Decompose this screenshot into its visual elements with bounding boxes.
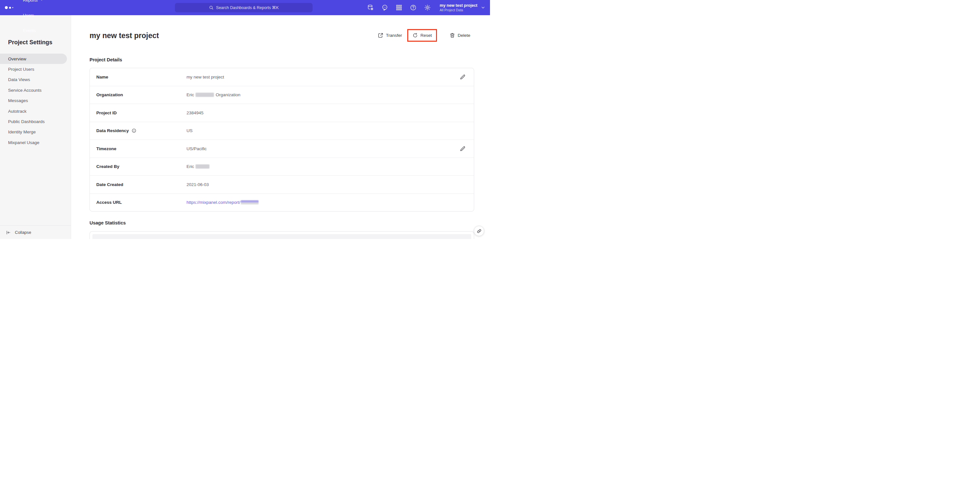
mixpanel-logo[interactable] [5,6,13,9]
detail-row-timezone: TimezoneUS/Pacific [90,140,474,157]
top-navbar: DashboardsReportsUsersEvents Search Dash… [0,0,490,15]
collapse-icon [6,230,11,235]
collapse-label: Collapse [15,230,31,235]
data-management-button[interactable] [367,4,374,11]
current-project-name: my new test project [439,3,477,8]
nav-item-label: Users [23,8,34,23]
copy-link-button[interactable] [474,226,484,236]
sidebar-item-service-accounts[interactable]: Service Accounts [0,85,67,95]
collapse-sidebar-button[interactable]: Collapse [0,230,31,235]
reset-icon [412,33,418,38]
sidebar-item-data-views[interactable]: Data Views [0,75,67,85]
reset-button-label: Reset [420,33,432,38]
global-search-input[interactable]: Search Dashboards & Reports ⌘K [175,3,313,12]
sidebar-footer: Collapse [0,226,71,239]
detail-label: Access URL [90,200,186,205]
transfer-button-label: Transfer [386,33,402,38]
messages-icon [382,4,388,11]
detail-label: Data Residency [90,128,186,133]
detail-value: EricOrganization [186,92,474,97]
detail-label-text: Access URL [96,200,122,205]
redacted-text [241,200,259,205]
settings-button[interactable] [424,4,431,11]
help-icon [410,4,417,11]
sidebar-item-autotrack[interactable]: Autotrack [0,106,67,116]
access-url-link[interactable]: https://mixpanel.com/report/ [186,200,240,205]
project-details-card: Namemy new test projectOrganizationEricO… [89,68,474,211]
usage-statistics-card [89,231,474,239]
detail-label-text: Name [96,75,108,79]
detail-label: Timezone [90,146,186,151]
settings-icon [424,4,431,11]
reset-button[interactable]: Reset [412,33,432,38]
detail-value: https://mixpanel.com/report/ [186,200,474,205]
chevron-down-icon [481,5,485,10]
detail-label: Project ID [90,110,186,115]
section-title-project-details: Project Details [89,57,122,62]
transfer-button[interactable]: Transfer [378,33,402,38]
nav-icon-buttons [367,4,431,11]
apps-grid-button[interactable] [396,4,402,11]
detail-row-data-residency: Data ResidencyUS [90,122,474,140]
detail-label: Created By [90,164,186,169]
delete-button-label: Delete [458,33,470,38]
detail-row-organization: OrganizationEricOrganization [90,86,474,104]
detail-label-text: Created By [96,164,119,169]
logo-dot-large [5,6,8,9]
nav-item-events[interactable]: Events [23,23,46,38]
detail-label-text: Project ID [96,110,117,115]
apps-grid-icon [396,4,402,11]
sidebar-item-identity-merge[interactable]: Identity Merge [0,127,67,137]
redacted-text [196,93,214,97]
link-icon [477,229,482,233]
annotation-highlight-box: Reset [407,29,437,42]
primary-nav: DashboardsReportsUsersEvents [23,0,55,38]
nav-item-reports[interactable]: Reports [23,0,46,8]
messages-button[interactable] [382,4,388,11]
detail-row-project-id: Project ID2384945 [90,104,474,122]
info-icon[interactable] [132,128,137,133]
project-switcher[interactable]: my new test project All Project Data [439,3,485,12]
help-button[interactable] [410,4,417,11]
page-title: my new test project [89,31,159,40]
detail-value: US [186,128,474,133]
sidebar-item-messages[interactable]: Messages [0,95,67,106]
sidebar-item-overview[interactable]: Overview [0,54,67,64]
delete-button[interactable]: Delete [450,33,470,38]
settings-sidebar: Project Settings OverviewProject UsersDa… [0,15,71,239]
usage-table-header [92,234,471,239]
detail-label-text: Timezone [96,146,116,151]
detail-label-text: Date Created [96,182,123,187]
detail-label-text: Organization [96,92,123,97]
sidebar-item-public-dashboards[interactable]: Public Dashboards [0,116,67,127]
sidebar-item-project-users[interactable]: Project Users [0,64,67,74]
detail-value: Eric [186,164,474,169]
detail-label: Name [90,75,186,79]
section-title-usage-statistics: Usage Statistics [89,220,126,226]
current-project-scope: All Project Data [439,8,477,12]
edit-timezone-button[interactable] [460,146,465,151]
detail-value: 2384945 [186,110,474,115]
sidebar-title: Project Settings [8,39,52,46]
detail-label: Date Created [90,182,186,187]
edit-icon [460,74,465,80]
project-actions: TransferResetDelete [378,29,470,41]
detail-value: my new test project [186,75,460,79]
nav-item-label: Reports [23,0,38,8]
nav-item-label: Events [23,23,36,38]
main-content: my new test project TransferResetDelete … [71,15,490,239]
search-icon [209,5,214,10]
data-management-icon [367,4,374,11]
nav-item-users[interactable]: Users [23,8,46,23]
detail-row-access-url: Access URLhttps://mixpanel.com/report/ [90,194,474,211]
chevron-down-icon [40,0,43,2]
nav-left: DashboardsReportsUsersEvents [0,0,55,38]
detail-value: US/Pacific [186,146,460,151]
edit-name-button[interactable] [460,74,465,80]
detail-row-name: Namemy new test project [90,68,474,86]
sidebar-item-mixpanel-usage[interactable]: Mixpanel Usage [0,137,67,148]
detail-label: Organization [90,92,186,97]
detail-row-date-created: Date Created2021-06-03 [90,175,474,194]
search-placeholder-text: Search Dashboards & Reports ⌘K [216,5,279,10]
detail-label-text: Data Residency [96,128,129,133]
